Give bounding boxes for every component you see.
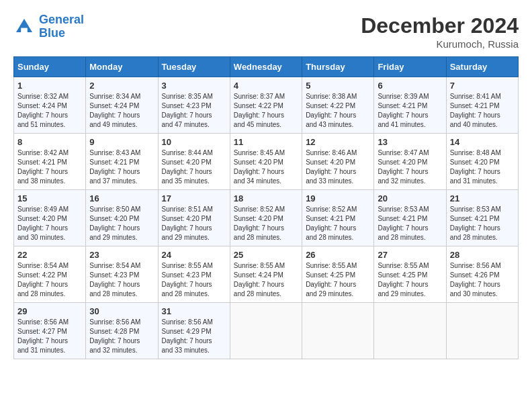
- logo-line2: Blue: [39, 26, 65, 40]
- calendar-day-cell: 16Sunrise: 8:50 AM Sunset: 4:20 PM Dayli…: [86, 190, 158, 246]
- day-number: 22: [17, 250, 82, 260]
- day-of-week-header: Sunday: [14, 57, 86, 77]
- calendar-day-cell: 19Sunrise: 8:52 AM Sunset: 4:21 PM Dayli…: [302, 190, 374, 246]
- day-number: 13: [378, 137, 442, 147]
- day-number: 3: [162, 81, 226, 91]
- day-number: 28: [450, 250, 515, 260]
- day-info: Sunrise: 8:52 AM Sunset: 4:20 PM Dayligh…: [234, 205, 298, 242]
- day-number: 20: [378, 193, 442, 203]
- day-info: Sunrise: 8:52 AM Sunset: 4:21 PM Dayligh…: [306, 205, 370, 242]
- day-info: Sunrise: 8:53 AM Sunset: 4:21 PM Dayligh…: [450, 205, 515, 242]
- calendar-day-cell: 17Sunrise: 8:51 AM Sunset: 4:20 PM Dayli…: [158, 190, 230, 246]
- calendar-day-cell: 22Sunrise: 8:54 AM Sunset: 4:22 PM Dayli…: [14, 246, 86, 303]
- day-info: Sunrise: 8:55 AM Sunset: 4:23 PM Dayligh…: [162, 261, 226, 299]
- day-number: 24: [162, 250, 226, 260]
- day-number: 31: [162, 306, 226, 316]
- calendar-day-cell: 27Sunrise: 8:55 AM Sunset: 4:25 PM Dayli…: [374, 246, 446, 303]
- calendar-day-cell: 26Sunrise: 8:55 AM Sunset: 4:25 PM Dayli…: [302, 246, 374, 303]
- calendar-day-cell: 29Sunrise: 8:56 AM Sunset: 4:27 PM Dayli…: [14, 303, 86, 359]
- calendar-day-cell: 21Sunrise: 8:53 AM Sunset: 4:21 PM Dayli…: [446, 190, 518, 246]
- day-info: Sunrise: 8:56 AM Sunset: 4:28 PM Dayligh…: [89, 318, 154, 355]
- day-info: Sunrise: 8:56 AM Sunset: 4:27 PM Dayligh…: [17, 318, 82, 355]
- day-number: 23: [89, 250, 154, 260]
- location: Kurumoch, Russia: [361, 38, 519, 50]
- logo-icon: [13, 16, 35, 38]
- svg-rect-1: [21, 28, 28, 32]
- calendar-day-cell: 8Sunrise: 8:42 AM Sunset: 4:21 PM Daylig…: [14, 134, 86, 190]
- calendar-week-row: 8Sunrise: 8:42 AM Sunset: 4:21 PM Daylig…: [14, 134, 519, 190]
- day-number: 15: [17, 193, 82, 203]
- calendar-day-cell: 2Sunrise: 8:34 AM Sunset: 4:24 PM Daylig…: [86, 77, 158, 134]
- day-info: Sunrise: 8:32 AM Sunset: 4:24 PM Dayligh…: [17, 92, 82, 130]
- day-number: 27: [378, 250, 442, 260]
- month-year: December 2024: [361, 13, 519, 38]
- day-info: Sunrise: 8:41 AM Sunset: 4:21 PM Dayligh…: [450, 92, 515, 130]
- day-number: 14: [450, 137, 515, 147]
- day-number: 4: [234, 81, 298, 91]
- calendar-day-cell: 7Sunrise: 8:41 AM Sunset: 4:21 PM Daylig…: [446, 77, 518, 134]
- calendar-day-cell: 3Sunrise: 8:35 AM Sunset: 4:23 PM Daylig…: [158, 77, 230, 134]
- day-number: 26: [306, 250, 370, 260]
- day-of-week-header: Thursday: [302, 57, 374, 77]
- day-number: 18: [234, 193, 298, 203]
- day-number: 6: [378, 81, 442, 91]
- day-info: Sunrise: 8:55 AM Sunset: 4:25 PM Dayligh…: [378, 261, 442, 299]
- calendar-day-cell: 20Sunrise: 8:53 AM Sunset: 4:21 PM Dayli…: [374, 190, 446, 246]
- day-info: Sunrise: 8:35 AM Sunset: 4:23 PM Dayligh…: [162, 92, 226, 130]
- calendar-day-cell: 10Sunrise: 8:44 AM Sunset: 4:20 PM Dayli…: [158, 134, 230, 190]
- day-info: Sunrise: 8:51 AM Sunset: 4:20 PM Dayligh…: [162, 205, 226, 242]
- calendar-day-cell: 11Sunrise: 8:45 AM Sunset: 4:20 PM Dayli…: [230, 134, 302, 190]
- day-info: Sunrise: 8:43 AM Sunset: 4:21 PM Dayligh…: [89, 148, 154, 186]
- header-row: SundayMondayTuesdayWednesdayThursdayFrid…: [14, 57, 519, 77]
- day-info: Sunrise: 8:53 AM Sunset: 4:21 PM Dayligh…: [378, 205, 442, 242]
- day-number: 2: [89, 81, 154, 91]
- day-info: Sunrise: 8:56 AM Sunset: 4:29 PM Dayligh…: [162, 318, 226, 355]
- day-number: 21: [450, 193, 515, 203]
- calendar-day-cell: 4Sunrise: 8:37 AM Sunset: 4:22 PM Daylig…: [230, 77, 302, 134]
- day-of-week-header: Friday: [374, 57, 446, 77]
- day-info: Sunrise: 8:44 AM Sunset: 4:20 PM Dayligh…: [162, 148, 226, 186]
- day-number: 11: [234, 137, 298, 147]
- logo: General Blue: [13, 13, 84, 40]
- day-info: Sunrise: 8:56 AM Sunset: 4:26 PM Dayligh…: [450, 261, 515, 299]
- day-info: Sunrise: 8:54 AM Sunset: 4:23 PM Dayligh…: [89, 261, 154, 299]
- calendar-header: SundayMondayTuesdayWednesdayThursdayFrid…: [14, 57, 519, 77]
- page-header: General Blue December 2024 Kurumoch, Rus…: [13, 13, 519, 50]
- calendar-day-cell: 14Sunrise: 8:48 AM Sunset: 4:20 PM Dayli…: [446, 134, 518, 190]
- calendar-week-row: 1Sunrise: 8:32 AM Sunset: 4:24 PM Daylig…: [14, 77, 519, 134]
- day-info: Sunrise: 8:46 AM Sunset: 4:20 PM Dayligh…: [306, 148, 370, 186]
- calendar-day-cell: 1Sunrise: 8:32 AM Sunset: 4:24 PM Daylig…: [14, 77, 86, 134]
- calendar-day-cell: 6Sunrise: 8:39 AM Sunset: 4:21 PM Daylig…: [374, 77, 446, 134]
- day-number: 9: [89, 137, 154, 147]
- calendar-day-cell: [302, 303, 374, 359]
- calendar-day-cell: 15Sunrise: 8:49 AM Sunset: 4:20 PM Dayli…: [14, 190, 86, 246]
- day-number: 8: [17, 137, 82, 147]
- day-info: Sunrise: 8:37 AM Sunset: 4:22 PM Dayligh…: [234, 92, 298, 130]
- day-info: Sunrise: 8:42 AM Sunset: 4:21 PM Dayligh…: [17, 148, 82, 186]
- calendar-day-cell: [446, 303, 518, 359]
- calendar-day-cell: [374, 303, 446, 359]
- day-number: 1: [17, 81, 82, 91]
- calendar-day-cell: 23Sunrise: 8:54 AM Sunset: 4:23 PM Dayli…: [86, 246, 158, 303]
- day-info: Sunrise: 8:48 AM Sunset: 4:20 PM Dayligh…: [450, 148, 515, 186]
- day-number: 30: [89, 306, 154, 316]
- logo-line1: General: [39, 13, 84, 26]
- day-of-week-header: Wednesday: [230, 57, 302, 77]
- day-info: Sunrise: 8:47 AM Sunset: 4:20 PM Dayligh…: [378, 148, 442, 186]
- calendar-body: 1Sunrise: 8:32 AM Sunset: 4:24 PM Daylig…: [14, 77, 519, 359]
- day-number: 12: [306, 137, 370, 147]
- calendar-day-cell: 28Sunrise: 8:56 AM Sunset: 4:26 PM Dayli…: [446, 246, 518, 303]
- day-number: 19: [306, 193, 370, 203]
- day-info: Sunrise: 8:50 AM Sunset: 4:20 PM Dayligh…: [89, 205, 154, 242]
- calendar-day-cell: 24Sunrise: 8:55 AM Sunset: 4:23 PM Dayli…: [158, 246, 230, 303]
- calendar-week-row: 22Sunrise: 8:54 AM Sunset: 4:22 PM Dayli…: [14, 246, 519, 303]
- day-of-week-header: Tuesday: [158, 57, 230, 77]
- calendar-day-cell: 30Sunrise: 8:56 AM Sunset: 4:28 PM Dayli…: [86, 303, 158, 359]
- calendar-day-cell: 9Sunrise: 8:43 AM Sunset: 4:21 PM Daylig…: [86, 134, 158, 190]
- day-of-week-header: Monday: [86, 57, 158, 77]
- calendar-day-cell: 31Sunrise: 8:56 AM Sunset: 4:29 PM Dayli…: [158, 303, 230, 359]
- calendar-week-row: 15Sunrise: 8:49 AM Sunset: 4:20 PM Dayli…: [14, 190, 519, 246]
- day-info: Sunrise: 8:45 AM Sunset: 4:20 PM Dayligh…: [234, 148, 298, 186]
- calendar-day-cell: [230, 303, 302, 359]
- day-info: Sunrise: 8:39 AM Sunset: 4:21 PM Dayligh…: [378, 92, 442, 130]
